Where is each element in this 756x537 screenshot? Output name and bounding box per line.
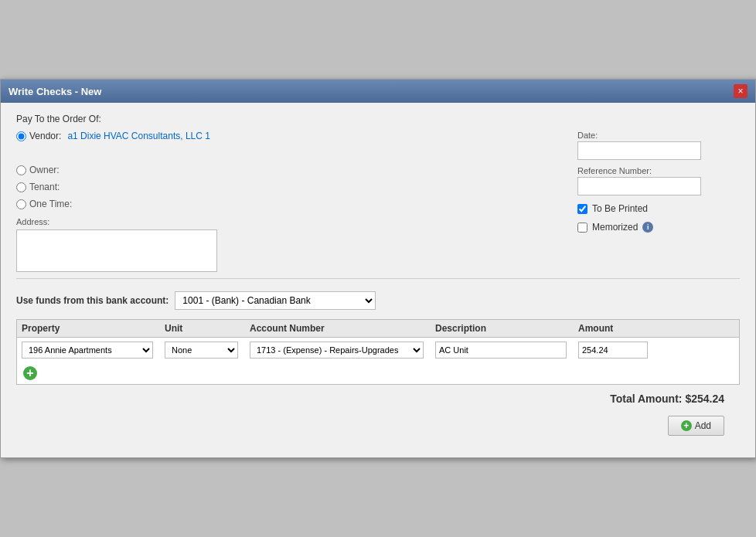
description-cell (435, 342, 578, 359)
description-header: Description (435, 323, 578, 334)
add-button-plus-icon: + (681, 420, 692, 431)
one-time-label: One Time: (29, 199, 72, 209)
reference-field-container: Reference Number: (577, 166, 740, 195)
date-label: Date: (577, 131, 740, 140)
total-label: Total Amount: (610, 393, 682, 405)
memorized-checkbox[interactable] (577, 223, 587, 233)
owner-label: Owner: (29, 165, 60, 175)
to-be-printed-row: To Be Printed (577, 203, 740, 214)
reference-input[interactable] (577, 177, 701, 195)
dialog-title: Write Checks - New (9, 86, 101, 97)
vendor-row: Vendor: a1 Dixie HVAC Consultants, LLC 1 (16, 131, 570, 141)
description-input[interactable] (435, 342, 567, 359)
add-row-plus-icon: + (23, 366, 37, 380)
memorized-row: Memorized i (577, 222, 740, 233)
vendor-link[interactable]: a1 Dixie HVAC Consultants, LLC 1 (67, 131, 210, 141)
write-checks-dialog: Write Checks - New × Pay To the Order Of… (0, 79, 756, 458)
owner-radio[interactable] (16, 165, 26, 175)
close-button[interactable]: × (734, 84, 747, 98)
vendor-radio[interactable] (16, 131, 26, 141)
tenant-option[interactable]: Tenant: (16, 182, 570, 192)
vendor-label: Vendor: (29, 131, 61, 141)
total-value: $254.24 (685, 393, 724, 405)
bank-account-label: Use funds from this bank account: (16, 295, 169, 306)
add-button-label: Add (695, 420, 711, 431)
property-cell: 196 Annie Apartments (22, 342, 165, 359)
property-header: Property (22, 323, 165, 334)
bank-account-row: Use funds from this bank account: 1001 -… (16, 291, 740, 310)
owner-option[interactable]: Owner: (16, 165, 570, 175)
total-row: Total Amount: $254.24 (16, 385, 740, 413)
to-be-printed-checkbox[interactable] (577, 204, 587, 214)
add-button[interactable]: + Add (668, 416, 724, 436)
one-time-option[interactable]: One Time: (16, 199, 570, 209)
account-number-header: Account Number (250, 323, 435, 334)
table-row: 196 Annie Apartments None 1713 - (Expens… (17, 338, 739, 362)
checks-table: Property Unit Account Number Description… (16, 319, 740, 385)
table-header: Property Unit Account Number Description… (17, 320, 739, 338)
unit-header: Unit (165, 323, 250, 334)
amount-cell (578, 342, 663, 359)
vendor-radio-label[interactable]: Vendor: a1 Dixie HVAC Consultants, LLC 1 (16, 131, 210, 141)
to-be-printed-label: To Be Printed (592, 203, 648, 214)
pay-to-label: Pay To the Order Of: (16, 114, 740, 124)
tenant-radio[interactable] (16, 182, 26, 192)
footer-row: + Add (16, 413, 740, 447)
date-field-container: Date: 11/02/2016 (577, 131, 740, 160)
account-select[interactable]: 1713 - (Expense) - Repairs-Upgrades (250, 342, 424, 359)
memorized-info-icon[interactable]: i (642, 222, 653, 233)
date-input[interactable]: 11/02/2016 (577, 141, 701, 160)
reference-label: Reference Number: (577, 166, 740, 175)
address-textarea[interactable] (16, 229, 217, 272)
address-label: Address: (16, 217, 570, 226)
left-section: Vendor: a1 Dixie HVAC Consultants, LLC 1… (16, 131, 570, 272)
address-section: Address: (16, 217, 570, 272)
property-select[interactable]: 196 Annie Apartments (22, 342, 153, 359)
radio-options: Owner: Tenant: One Time: (16, 165, 570, 209)
memorized-label: Memorized (592, 222, 638, 233)
divider (16, 278, 740, 279)
title-bar: Write Checks - New × (1, 80, 755, 103)
one-time-radio[interactable] (16, 199, 26, 209)
unit-select[interactable]: None (165, 342, 238, 359)
add-row-button[interactable]: + (23, 366, 37, 380)
tenant-label: Tenant: (29, 182, 60, 192)
right-section: Date: 11/02/2016 Reference Number: To Be… (570, 131, 740, 272)
amount-input[interactable] (578, 342, 648, 359)
top-section: Vendor: a1 Dixie HVAC Consultants, LLC 1… (16, 131, 740, 272)
bank-account-select[interactable]: 1001 - (Bank) - Canadian Bank (175, 291, 376, 310)
account-cell: 1713 - (Expense) - Repairs-Upgrades (250, 342, 435, 359)
amount-header: Amount (578, 323, 663, 334)
dialog-body: Pay To the Order Of: Vendor: a1 Dixie HV… (1, 103, 755, 457)
unit-cell: None (165, 342, 250, 359)
